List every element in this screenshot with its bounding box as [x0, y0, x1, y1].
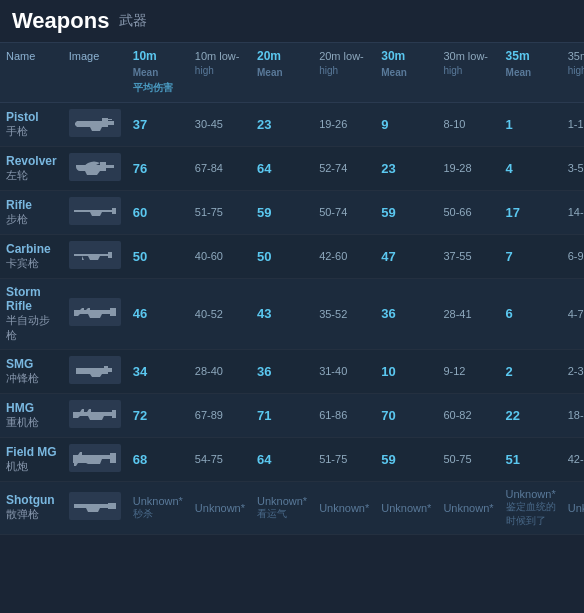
- weapon-name-en: Revolver: [6, 154, 57, 168]
- m10-mean: 60: [127, 190, 189, 234]
- weapon-name-en: HMG: [6, 401, 57, 415]
- weapon-image-cell: [63, 190, 127, 234]
- m35-lh: 42-62: [562, 437, 584, 481]
- weapon-name-en: Pistol: [6, 110, 57, 124]
- col-10m-lh: 10m low-high: [189, 43, 251, 102]
- m30-lh: 28-41: [437, 278, 499, 349]
- weapon-image: [69, 197, 121, 225]
- gun-silhouette: [69, 153, 121, 181]
- weapon-image: [69, 153, 121, 181]
- gun-silhouette: [69, 356, 121, 384]
- col-30m-mean: 30mMean: [375, 43, 437, 102]
- m20-mean: 50: [251, 234, 313, 278]
- m35-mean: 22: [500, 393, 562, 437]
- weapon-image-cell: [63, 437, 127, 481]
- page-title: Weapons: [12, 8, 109, 34]
- weapon-image: [69, 298, 121, 326]
- weapon-image-cell: [63, 278, 127, 349]
- weapon-name-zh: 冲锋枪: [6, 372, 39, 384]
- m20-lh: 19-26: [313, 102, 375, 146]
- m20-lh: 50-74: [313, 190, 375, 234]
- m35-lh: 1-1: [562, 102, 584, 146]
- m30-lh: 37-55: [437, 234, 499, 278]
- m10-mean: Unknown*秒杀: [127, 481, 189, 534]
- m10-lh: 40-52: [189, 278, 251, 349]
- m10-mean-desc: 秒杀: [133, 508, 153, 519]
- weapon-image: [69, 109, 121, 137]
- m20-lh: Unknown*: [313, 481, 375, 534]
- header: Weapons 武器: [0, 0, 584, 43]
- m20-lh: 52-74: [313, 146, 375, 190]
- table-header-row: Name Image 10mMean平均伤害 10m low-high 20mM…: [0, 43, 584, 102]
- m10-mean: 72: [127, 393, 189, 437]
- m35-mean: 7: [500, 234, 562, 278]
- weapon-name-zh: 步枪: [6, 213, 28, 225]
- m35-lh: 2-3: [562, 349, 584, 393]
- col-20m-lh: 20m low-high: [313, 43, 375, 102]
- m30-lh: Unknown*: [437, 481, 499, 534]
- weapon-image: [69, 444, 121, 472]
- m10-lh: Unknown*: [189, 481, 251, 534]
- weapon-image: [69, 492, 121, 520]
- m10-lh: 30-45: [189, 102, 251, 146]
- gun-silhouette: [69, 400, 121, 428]
- m30-mean: 47: [375, 234, 437, 278]
- table-row: Field MG 机炮 68 54-75 64 51-75 59 50-75 5…: [0, 437, 584, 481]
- gun-silhouette: [69, 197, 121, 225]
- m10-lh: 54-75: [189, 437, 251, 481]
- gun-silhouette: [69, 241, 121, 269]
- m35-mean: 6: [500, 278, 562, 349]
- weapon-image: [69, 241, 121, 269]
- weapon-name-cell: HMG 重机枪: [0, 393, 63, 437]
- m30-lh: 9-12: [437, 349, 499, 393]
- gun-silhouette: [69, 109, 121, 137]
- table-row: SMG 冲锋枪 34 28-40 36 31-40 10 9-12 2 2-3: [0, 349, 584, 393]
- m35-lh: 4-7: [562, 278, 584, 349]
- weapon-name-cell: Storm Rifle 半自动步枪: [0, 278, 63, 349]
- m30-lh: 50-66: [437, 190, 499, 234]
- m35-lh: 3-5: [562, 146, 584, 190]
- weapon-name-cell: Shotgun 散弹枪: [0, 481, 63, 534]
- m30-mean: Unknown*: [375, 481, 437, 534]
- weapon-image-cell: [63, 393, 127, 437]
- m35-mean: 51: [500, 437, 562, 481]
- weapon-name-cell: SMG 冲锋枪: [0, 349, 63, 393]
- m35-mean: Unknown*鉴定血统的时候到了: [500, 481, 562, 534]
- weapon-name-cell: Pistol 手枪: [0, 102, 63, 146]
- gun-silhouette: [69, 444, 121, 472]
- weapon-name-zh: 散弹枪: [6, 508, 39, 520]
- m20-lh: 35-52: [313, 278, 375, 349]
- m10-mean: 76: [127, 146, 189, 190]
- table-row: Revolver 左轮 76 67-84 64 52-74 23 19-28 4…: [0, 146, 584, 190]
- m30-mean: 9: [375, 102, 437, 146]
- m10-mean: 34: [127, 349, 189, 393]
- m30-lh: 8-10: [437, 102, 499, 146]
- weapon-name-en: Rifle: [6, 198, 57, 212]
- m20-mean: 43: [251, 278, 313, 349]
- m10-lh: 40-60: [189, 234, 251, 278]
- weapon-image-cell: [63, 102, 127, 146]
- m35-lh: 14-19: [562, 190, 584, 234]
- m30-mean: 36: [375, 278, 437, 349]
- m20-lh: 42-60: [313, 234, 375, 278]
- m10-lh: 67-89: [189, 393, 251, 437]
- m10-mean: 50: [127, 234, 189, 278]
- m30-mean: 23: [375, 146, 437, 190]
- weapons-table: Name Image 10mMean平均伤害 10m low-high 20mM…: [0, 43, 584, 535]
- m10-lh: 28-40: [189, 349, 251, 393]
- m20-lh: 61-86: [313, 393, 375, 437]
- col-35m-mean: 35mMean: [500, 43, 562, 102]
- table-row: Pistol 手枪 37 30-45 23 19-26 9 8-10 1 1-1: [0, 102, 584, 146]
- m10-lh: 51-75: [189, 190, 251, 234]
- table-row: HMG 重机枪 72 67-89 71 61-86 70 60-82 22 18…: [0, 393, 584, 437]
- m10-mean: 68: [127, 437, 189, 481]
- weapon-name-cell: Carbine 卡宾枪: [0, 234, 63, 278]
- m35-lh: Unknow: [562, 481, 584, 534]
- weapon-name-en: Field MG: [6, 445, 57, 459]
- weapon-name-zh: 左轮: [6, 169, 28, 181]
- m35-lh: 18-25: [562, 393, 584, 437]
- m35-mean-value: Unknown*: [506, 488, 556, 500]
- col-20m-mean: 20mMean: [251, 43, 313, 102]
- m35-mean: 2: [500, 349, 562, 393]
- m20-mean: 64: [251, 437, 313, 481]
